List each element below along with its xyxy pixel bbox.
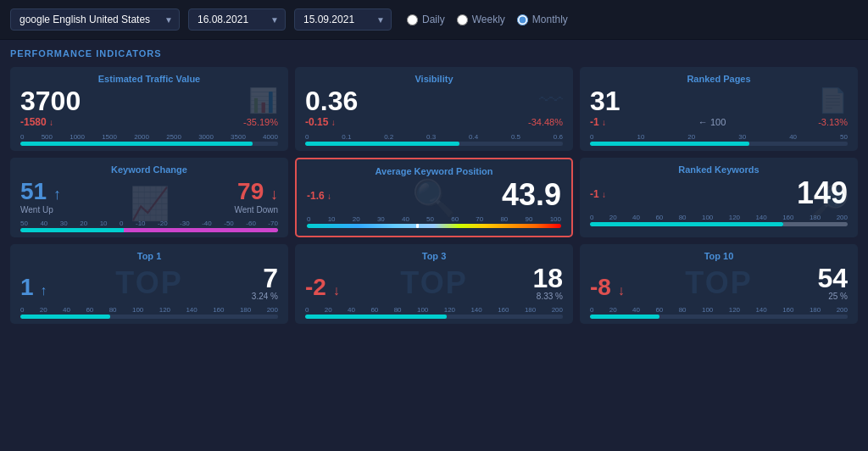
- ranked-pages-title: Ranked Pages: [590, 74, 848, 84]
- daily-radio-label[interactable]: Daily: [407, 14, 445, 25]
- estimated-traffic-bar: 05001000150020002500300035004000: [20, 133, 278, 146]
- date-from-select[interactable]: 16.08.2021: [188, 8, 286, 31]
- ranked-kw-bar: 020406080100120140160180200: [590, 214, 848, 226]
- top10-card: Top 10 -8 ↓ TOP 54 25 % 0204060801001201…: [580, 244, 858, 324]
- ranked-pages-watermark: 📄: [818, 86, 848, 114]
- ranked-kw-bar-labels: 020406080100120140160180200: [590, 214, 848, 221]
- visibility-watermark: 〰: [539, 86, 563, 114]
- avg-kw-value: 43.9: [502, 180, 561, 210]
- visibility-bar-labels: 00.10.20.30.40.50.6: [305, 133, 563, 141]
- top3-card: Top 3 -2 ↓ TOP 18 8.33 % 020406080100120…: [295, 244, 573, 324]
- estimated-traffic-card: Estimated Traffic Value 3700 📊 -1580 ↓ -…: [10, 67, 288, 151]
- top1-fill: [20, 315, 110, 319]
- down-arrow-kw: ↓: [270, 186, 278, 203]
- ranked-kw-change: -1 ↓: [590, 188, 606, 200]
- top1-left: 1 ↑: [20, 274, 47, 301]
- ranked-kw-value: 149: [797, 178, 848, 209]
- estimated-traffic-pct: -35.19%: [243, 117, 278, 127]
- source-dropdown-wrapper[interactable]: google English United States ▼: [10, 8, 180, 31]
- top3-bar-labels: 020406080100120140160180200: [305, 306, 563, 314]
- avg-kw-fill: [307, 224, 561, 228]
- ranked-keywords-card: Ranked Keywords -1 ↓ 🔎 149 0204060801001…: [580, 158, 858, 237]
- period-radio-group: Daily Weekly Monthly: [407, 14, 568, 25]
- ranked-kw-fill-2: [783, 222, 848, 226]
- date-to-select[interactable]: 15.09.2021: [294, 8, 392, 31]
- top3-right: 18 8.33 %: [532, 264, 563, 301]
- date-to-wrapper[interactable]: 15.09.2021 ▼: [294, 8, 392, 31]
- went-up-group: 51 ↑ Went Up: [20, 178, 61, 214]
- estimated-traffic-value: 3700: [20, 87, 81, 114]
- avg-kw-bar-labels: 0102030405060708090100: [307, 215, 561, 223]
- top10-track: [590, 315, 848, 319]
- section-title: PERFORMANCE INDICATORS: [10, 48, 858, 58]
- main-content: PERFORMANCE INDICATORS Estimated Traffic…: [0, 40, 868, 332]
- ranked-pages-prev: ← 100: [698, 117, 726, 127]
- top10-bar-labels: 020406080100120140160180200: [590, 306, 848, 314]
- top1-track: [20, 315, 278, 319]
- ranked-pages-fill: [590, 142, 749, 146]
- top1-right: 7 3.24 %: [252, 264, 278, 301]
- top1-card: Top 1 1 ↑ TOP 7 3.24 % 02040608010012014…: [10, 244, 288, 324]
- went-down-value: 79 ↓: [234, 178, 278, 205]
- top1-title: Top 1: [20, 251, 278, 261]
- went-up-label: Went Up: [20, 205, 61, 214]
- weekly-radio-label[interactable]: Weekly: [457, 14, 505, 25]
- keyword-change-bar-labels: 50403020100-10-20-30-40-50-60-70: [20, 220, 278, 227]
- cards-row-1: Estimated Traffic Value 3700 📊 -1580 ↓ -…: [10, 67, 858, 151]
- ranked-keywords-title: Ranked Keywords: [590, 164, 848, 175]
- top10-left: -8 ↓: [590, 274, 625, 301]
- ranked-kw-change-group: -1 ↓: [590, 186, 606, 201]
- date-from-wrapper[interactable]: 16.08.2021 ▼: [188, 8, 286, 31]
- top1-watermark: TOP: [115, 265, 182, 301]
- cards-row-3: Top 1 1 ↑ TOP 7 3.24 % 02040608010012014…: [10, 244, 858, 324]
- went-down-label: Went Down: [234, 205, 278, 214]
- avg-kw-track: [307, 224, 561, 228]
- ranked-pages-pct: -3.13%: [818, 117, 848, 127]
- monthly-radio[interactable]: [517, 14, 528, 25]
- weekly-radio[interactable]: [457, 14, 468, 25]
- top3-change: -2 ↓: [305, 274, 340, 301]
- top3-value: 18: [532, 264, 563, 292]
- top10-value: 54: [817, 264, 848, 292]
- visibility-bar: 00.10.20.30.40.50.6: [305, 133, 563, 146]
- ranked-keywords-body: -1 ↓ 🔎 149: [590, 178, 848, 209]
- top3-body: -2 ↓ TOP 18 8.33 %: [305, 264, 563, 301]
- top1-bar-labels: 020406080100120140160180200: [20, 306, 278, 314]
- source-select[interactable]: google English United States: [10, 8, 180, 31]
- top3-watermark: TOP: [400, 265, 467, 301]
- keyword-change-track: [20, 228, 278, 232]
- top3-title: Top 3: [305, 251, 563, 261]
- visibility-fill: [305, 142, 459, 146]
- ranked-kw-fill: [590, 222, 783, 226]
- weekly-label: Weekly: [472, 14, 505, 25]
- daily-radio[interactable]: [407, 14, 418, 25]
- visibility-track: [305, 142, 563, 146]
- estimated-traffic-main: 3700: [20, 87, 81, 114]
- avg-keyword-position-title: Average Keyword Position: [307, 166, 561, 176]
- avg-keyword-position-body: -1.6 ↓ 🔍 43.9: [307, 180, 561, 210]
- avg-kw-watermark: 🔍: [412, 177, 456, 219]
- estimated-traffic-change: -1580 ↓: [20, 116, 53, 128]
- cards-row-2: Keyword Change 51 ↑ Went Up 📈 79 ↓ Went …: [10, 158, 858, 237]
- top1-percent: 3.24 %: [252, 292, 278, 301]
- top1-body: 1 ↑ TOP 7 3.24 %: [20, 264, 278, 301]
- estimated-traffic-bar-labels: 05001000150020002500300035004000: [20, 133, 278, 141]
- keyword-change-bar: 50403020100-10-20-30-40-50-60-70: [20, 220, 278, 232]
- top10-bar: 020406080100120140160180200: [590, 306, 848, 319]
- top10-change: -8 ↓: [590, 274, 625, 301]
- top10-right: 54 25 %: [817, 264, 848, 301]
- ranked-pages-bar-labels: 01020304050: [590, 133, 848, 141]
- visibility-body: 0.36 〰: [305, 87, 563, 114]
- keyword-change-fill: [20, 228, 278, 232]
- visibility-card: Visibility 0.36 〰 -0.15 ↓ -34.48% 00.10.…: [295, 67, 573, 151]
- header-bar: google English United States ▼ 16.08.202…: [0, 0, 868, 40]
- avg-kw-bar: 0102030405060708090100: [307, 215, 561, 228]
- keyword-change-body: 51 ↑ Went Up 📈 79 ↓ Went Down: [20, 178, 278, 214]
- ranked-pages-track: [590, 142, 848, 146]
- avg-kw-change-group: -1.6 ↓: [307, 187, 331, 203]
- monthly-radio-label[interactable]: Monthly: [517, 14, 568, 25]
- estimated-traffic-body: 3700 📊: [20, 87, 278, 114]
- monthly-label: Monthly: [532, 14, 568, 25]
- keyword-change-card: Keyword Change 51 ↑ Went Up 📈 79 ↓ Went …: [10, 158, 288, 237]
- ranked-pages-change: -1 ↓: [590, 116, 606, 128]
